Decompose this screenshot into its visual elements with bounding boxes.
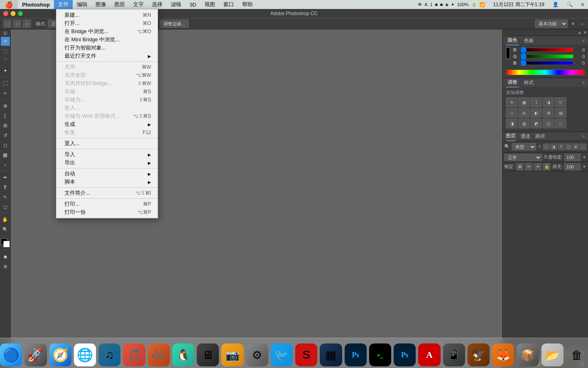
menu-3d[interactable]: 3D (185, 0, 200, 9)
filter-shape[interactable]: ◻ (565, 144, 572, 150)
color-swatch[interactable] (506, 47, 510, 59)
apple-menu[interactable]: 🍎 (0, 0, 18, 9)
dock-camera[interactable]: 📷 (221, 343, 243, 366)
adj-posterize[interactable]: ▥ (518, 119, 530, 128)
menu-save[interactable]: 存储 ⌘S (56, 88, 158, 96)
menu-place[interactable]: 置入... (56, 139, 158, 148)
tool-eyedropper[interactable]: ⌖ (1, 89, 10, 98)
menu-text[interactable]: 文字 (129, 0, 148, 9)
lock-image[interactable]: ✏ (525, 163, 532, 171)
tool-crop[interactable]: ⛶ (1, 79, 10, 88)
tool-marquee[interactable]: ⬚ (1, 47, 10, 56)
adj-color-balance[interactable]: ⚖ (518, 108, 530, 118)
tool-dodge[interactable]: ○ (1, 160, 10, 169)
dock-qq[interactable]: 🐧 (172, 343, 194, 366)
menu-image[interactable]: 图像 (91, 0, 110, 9)
adj-exposure[interactable]: ◑ (543, 97, 554, 107)
dock-chrome[interactable]: 🌐 (74, 343, 96, 366)
tool-text[interactable]: T (1, 183, 10, 192)
dock-ps-main[interactable]: Ps (345, 343, 367, 366)
menu-edit[interactable]: 编辑 (73, 0, 91, 9)
adj-photo-filter[interactable]: ♻ (543, 108, 554, 118)
layers-tab[interactable]: 图层 (506, 132, 516, 141)
color-picker[interactable] (1, 238, 10, 247)
toolbox-collapse[interactable]: « (3, 31, 7, 35)
dock-ps2[interactable]: Ps (394, 343, 416, 366)
menu-export[interactable]: 导出 ▶ (56, 159, 158, 167)
workspace-arrow[interactable]: ▼ (569, 21, 577, 26)
dock-monodraw[interactable]: ▦ (320, 343, 342, 366)
tool-shape[interactable]: ◻ (1, 202, 10, 211)
menu-close[interactable]: 关闭 ⌘W (56, 63, 158, 71)
tool-hand[interactable]: ✋ (1, 215, 10, 224)
menu-open[interactable]: 打开... ⌘O (56, 19, 158, 27)
green-slider[interactable] (520, 54, 573, 58)
menu-file-info[interactable]: 文件简介... ⌥⇧⌘I (56, 189, 158, 197)
tool-clone[interactable]: ⊞ (1, 121, 10, 130)
app-name[interactable]: Photoshop (18, 0, 54, 9)
maximize-button[interactable] (18, 11, 23, 16)
filter-toggle[interactable]: ⊙ (538, 144, 541, 149)
dock-launchpad[interactable]: 🚀 (24, 343, 47, 366)
menu-revert[interactable]: 恢复 F12 (56, 128, 158, 137)
paths-tab[interactable]: 路径 (535, 132, 545, 141)
menu-file[interactable]: 文件 (54, 0, 73, 9)
dock-display[interactable]: 🖥 (197, 343, 219, 366)
menu-generate[interactable]: 生成 ▶ (56, 120, 158, 128)
tool-eraser[interactable]: ◻ (1, 141, 10, 150)
filter-smart[interactable]: ⊕ (572, 144, 579, 150)
menu-save-as[interactable]: 存储为... ⇧⌘S (56, 96, 158, 104)
dock-twitter[interactable]: 🐦 (271, 343, 293, 366)
menu-bridge[interactable]: 在 Bridge 中浏览... ⌥⌘O (56, 27, 158, 36)
tool-heal[interactable]: ⊕ (1, 101, 10, 110)
menu-automate[interactable]: 自动 ▶ (56, 170, 158, 178)
adj-bw[interactable]: ◧ (530, 108, 542, 118)
tool-zoom[interactable]: 🔍 (1, 225, 10, 234)
layers-panel-menu[interactable]: ≡ (582, 134, 585, 139)
lock-all[interactable]: 🔒 (543, 163, 550, 171)
adj-vibrance[interactable]: ▽ (555, 97, 566, 107)
adj-hsl[interactable]: □ (506, 108, 517, 118)
menu-scripts[interactable]: 脚本 ▶ (56, 178, 158, 186)
dock-archive[interactable]: 📦 (517, 343, 539, 366)
tool-history[interactable]: ↺ (1, 131, 10, 140)
menu-new[interactable]: 新建... ⌘N (56, 11, 158, 19)
tool-move[interactable]: ✛ (1, 37, 10, 46)
adjust-edge-button[interactable]: 调整边缘... (160, 20, 189, 28)
tool-screen[interactable]: ⊠ (1, 262, 10, 271)
dock-music2[interactable]: 🎵 (123, 343, 145, 366)
adj-threshold[interactable]: ◩ (530, 119, 542, 128)
layers-list[interactable] (503, 171, 588, 348)
tool-mode[interactable]: ◼ (1, 252, 10, 261)
menu-help[interactable]: 帮助 (238, 0, 257, 9)
dock-adobe[interactable]: A (418, 343, 440, 366)
menu-smart-object[interactable]: 打开为智能对象... (56, 44, 158, 52)
tool-path-select[interactable]: ↖ (1, 193, 10, 202)
tool-magic-wand[interactable]: ✦ (1, 66, 10, 75)
dock-finder[interactable]: 🔵 (0, 343, 22, 366)
layer-type-filter[interactable]: 类型 (512, 143, 536, 150)
blend-mode-select[interactable]: 正常 (504, 154, 542, 161)
adj-channel-mixer[interactable]: ▤ (555, 108, 566, 118)
tool-pen[interactable]: ✒ (1, 173, 10, 182)
panel-scroll-down[interactable]: ▼ (583, 30, 587, 35)
fill-input[interactable] (564, 163, 581, 171)
lock-transparent[interactable]: ⊠ (516, 163, 523, 171)
minimize-button[interactable] (11, 11, 16, 16)
dock-itunes[interactable]: ♫ (98, 343, 120, 366)
blue-slider[interactable] (520, 61, 573, 65)
panel-scroll-up[interactable]: ▲ (577, 30, 581, 35)
dock-qqmusic[interactable]: 🎶 (148, 343, 170, 366)
panel-toggle-right[interactable]: » (579, 21, 585, 26)
menu-layer[interactable]: 图层 (110, 0, 129, 9)
tool-lasso[interactable]: ⌒ (1, 56, 10, 65)
menu-view[interactable]: 视图 (200, 0, 219, 9)
styles-tab[interactable]: 样式 (522, 79, 535, 87)
menu-save-web[interactable]: 存储为 Web 所用格式... ⌥⇧⌘S (56, 112, 158, 120)
dock-app3[interactable]: 🦊 (492, 343, 514, 366)
workspace-select[interactable]: 基本功能 (535, 20, 568, 28)
close-button[interactable] (3, 11, 8, 16)
opacity-arrow[interactable]: ▼ (582, 155, 586, 159)
adj-levels[interactable]: ▦ (518, 97, 530, 107)
tool-brush[interactable]: ∫ (1, 111, 10, 120)
